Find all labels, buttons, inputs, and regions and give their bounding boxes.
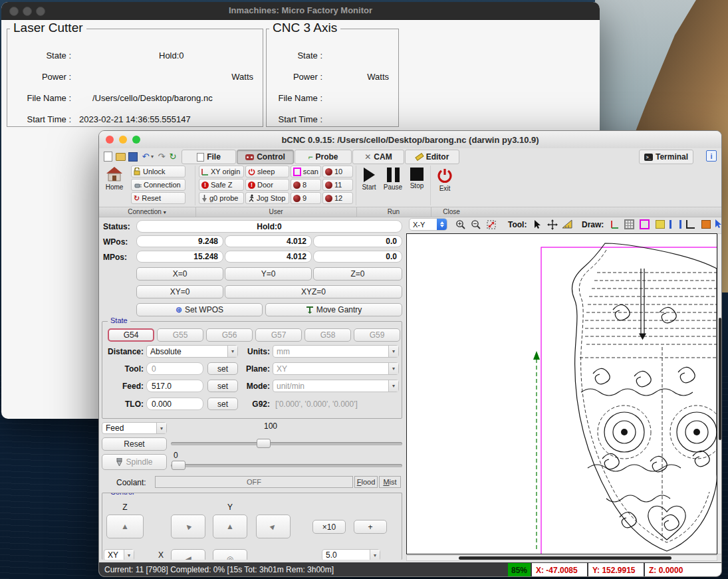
y-zero-button[interactable]: Y=0 xyxy=(225,267,312,281)
tlo-field[interactable]: 0.000 xyxy=(146,398,203,410)
gcode-canvas[interactable] xyxy=(406,233,717,554)
jog-stop-button[interactable]: Jog Stop xyxy=(245,192,289,204)
tab-terminal[interactable]: >_ Terminal xyxy=(639,150,693,164)
feed-override-handle[interactable] xyxy=(257,439,271,448)
g59-button[interactable]: G59 xyxy=(354,328,400,342)
tool-field[interactable]: 0 xyxy=(146,362,203,375)
macro-8-button[interactable]: 8 xyxy=(291,179,321,191)
z-zero-button[interactable]: Z=0 xyxy=(313,267,402,281)
feed-override-slider[interactable] xyxy=(171,442,402,445)
new-file-button[interactable] xyxy=(102,152,113,162)
step-x10-button[interactable]: ×10 xyxy=(312,520,346,534)
g57-button[interactable]: G57 xyxy=(255,328,302,342)
draw-grid-toggle[interactable] xyxy=(623,218,636,231)
coolant-flood-button[interactable]: Flood xyxy=(354,476,378,488)
spindle-button[interactable]: Spindle xyxy=(102,454,167,470)
horizontal-scrollbar-thumb[interactable] xyxy=(459,556,671,560)
open-file-button[interactable] xyxy=(115,152,126,162)
horizontal-scrollbar[interactable] xyxy=(406,555,717,561)
coolant-off-button[interactable]: OFF xyxy=(155,476,353,488)
bcnc-titlebar[interactable]: bCNC 0.9.15: /Users/cello/Desktop/barong… xyxy=(99,131,721,149)
override-reset-button[interactable]: Reset xyxy=(102,437,167,451)
unlock-button[interactable]: Unlock xyxy=(131,166,185,177)
monitor-titlebar[interactable]: Inmachines: Micro Factory Monitor xyxy=(1,2,600,20)
tab-control[interactable]: Control xyxy=(237,150,294,164)
step-plus-button[interactable]: + xyxy=(354,520,387,534)
draw-workarea-toggle[interactable] xyxy=(654,218,666,231)
macro-11-button[interactable]: 11 xyxy=(322,179,353,191)
macro-scan-button[interactable]: scan xyxy=(291,166,321,177)
safe-z-button[interactable]: ! Safe Z xyxy=(199,179,244,191)
jog-z-up-button[interactable]: ▲ xyxy=(106,515,144,538)
refresh-button[interactable]: ↻ xyxy=(168,152,178,162)
xyz-zero-button[interactable]: XYZ=0 xyxy=(225,285,402,298)
vertical-scrollbar[interactable] xyxy=(717,233,722,554)
stop-button[interactable]: Stop xyxy=(406,168,427,203)
feed-field[interactable]: 517.0 xyxy=(146,380,203,392)
connection-button[interactable]: Connection xyxy=(131,179,185,191)
g55-button[interactable]: G55 xyxy=(157,328,203,342)
wpos-z-field[interactable]: 0.0 xyxy=(313,235,402,247)
pan-tool-button[interactable] xyxy=(546,218,558,231)
tool-set-button[interactable]: set xyxy=(207,362,238,375)
jog-y-up-button[interactable]: ▲ xyxy=(213,515,247,538)
mode-combobox[interactable]: unit/min ▾ xyxy=(273,380,399,392)
units-combobox[interactable]: mm ▾ xyxy=(273,345,399,358)
undo-dropdown[interactable]: ▾ xyxy=(150,152,155,162)
g56-button[interactable]: G56 xyxy=(206,328,253,342)
distance-combobox[interactable]: Absolute ▾ xyxy=(146,345,238,358)
jog-axis-combobox[interactable]: XY ▾ xyxy=(104,549,134,560)
tab-editor[interactable]: Editor xyxy=(405,150,459,164)
select-tool-button[interactable] xyxy=(531,218,544,231)
x-zero-button[interactable]: X=0 xyxy=(136,267,223,281)
set-wpos-button[interactable]: ⊕ Set WPOS xyxy=(136,303,263,316)
spindle-slider[interactable] xyxy=(171,464,402,467)
jog-up-left-button[interactable]: ▲ xyxy=(171,515,205,538)
sleep-button[interactable]: sleep xyxy=(245,166,289,177)
tlo-set-button[interactable]: set xyxy=(207,398,238,410)
pause-button[interactable]: Pause xyxy=(382,168,404,203)
jog-up-right-button[interactable]: ▲ xyxy=(256,515,291,538)
move-gantry-button[interactable]: Move Gantry xyxy=(265,303,402,316)
step-size-spinner[interactable]: 5.0 ▾ xyxy=(322,549,380,560)
wpos-x-field[interactable]: 9.248 xyxy=(136,235,223,247)
override-combobox[interactable]: Feed ▾ xyxy=(102,422,167,434)
save-file-button[interactable] xyxy=(128,152,138,162)
draw-axes-toggle[interactable] xyxy=(608,218,620,231)
g58-button[interactable]: G58 xyxy=(304,328,351,342)
tab-file[interactable]: File xyxy=(182,150,236,164)
spindle-handle[interactable] xyxy=(172,461,185,470)
tab-cam[interactable]: ✕ CAM xyxy=(352,150,404,164)
view-combobox[interactable]: X-Y xyxy=(409,218,447,231)
draw-rapid-toggle[interactable] xyxy=(684,218,697,231)
zoom-out-button[interactable] xyxy=(469,218,482,231)
canvas-select-toggle[interactable] xyxy=(712,217,722,230)
zoom-fit-button[interactable] xyxy=(485,218,497,231)
door-button[interactable]: ! Door xyxy=(245,179,289,191)
xy-origin-button[interactable]: XY origin xyxy=(199,166,244,177)
start-button[interactable]: Start xyxy=(358,168,380,203)
wpos-y-field[interactable]: 4.012 xyxy=(225,235,312,247)
macro-12-button[interactable]: 12 xyxy=(322,192,353,204)
macro-10-button[interactable]: 10 xyxy=(322,166,353,177)
plane-combobox[interactable]: XY ▾ xyxy=(273,362,399,375)
draw-camera-toggle[interactable] xyxy=(699,218,712,231)
tab-probe[interactable]: ⌐ Probe xyxy=(295,150,352,164)
ruler-tool-button[interactable] xyxy=(560,218,573,231)
info-button[interactable]: i xyxy=(706,151,717,161)
draw-margin-toggle[interactable] xyxy=(638,218,651,231)
zoom-in-button[interactable] xyxy=(454,218,467,231)
redo-button[interactable]: ↷ xyxy=(156,152,167,162)
reset-button[interactable]: ↻ Reset xyxy=(131,192,185,204)
coolant-mist-button[interactable]: Mist xyxy=(379,476,401,488)
home-button[interactable]: Home xyxy=(103,166,126,203)
vertical-scrollbar-thumb[interactable] xyxy=(719,318,721,440)
jog-center-button[interactable]: ◎ xyxy=(213,549,247,560)
g54-button[interactable]: G54 xyxy=(108,328,154,342)
jog-x-minus-button[interactable]: ◀ xyxy=(171,549,205,560)
xy-zero-button[interactable]: XY=0 xyxy=(136,285,223,298)
g0-probe-button[interactable]: g0 probe xyxy=(199,192,244,204)
exit-button[interactable]: Exit xyxy=(433,168,457,203)
draw-paths-toggle[interactable] xyxy=(669,218,681,231)
connection-group-label[interactable]: Connection ▾ xyxy=(99,208,195,215)
